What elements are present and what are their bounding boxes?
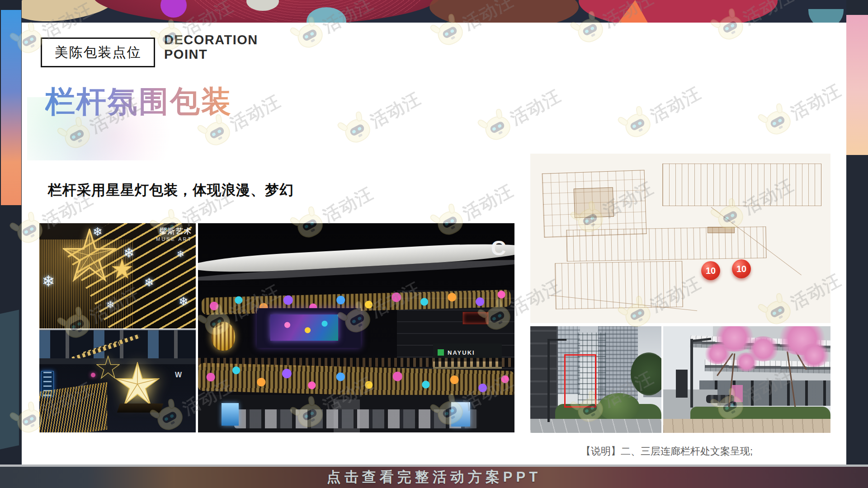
- photo-brand-watermark: 缪斯艺术 MUSE ART: [156, 227, 192, 242]
- decor-blob-wine: [579, 0, 778, 23]
- photo-mall-neon-flowers: C NAYUKI: [198, 223, 514, 432]
- lamp-pole: [690, 339, 693, 408]
- mall-letter-sign: C: [491, 236, 506, 260]
- top-decor-band: [0, 0, 868, 23]
- pink-blossom-cluster: [735, 352, 758, 371]
- section-tag-english: DECORATION POINT: [164, 33, 258, 62]
- snowflake-icon: ❄: [42, 272, 55, 290]
- hot-air-balloon-decor: [212, 322, 235, 351]
- led-screen: [270, 314, 338, 341]
- decor-slate-slab: [0, 310, 19, 450]
- pink-blossom-cluster: [704, 343, 732, 364]
- paved-path: [663, 419, 830, 433]
- floor-plan: 10 10: [530, 154, 830, 323]
- snowflake-icon: ❄: [106, 299, 114, 311]
- snowflake-icon: ❄: [144, 276, 154, 290]
- gold-star-outline-icon: [63, 229, 116, 282]
- plan-title-label: [708, 227, 735, 233]
- section-tag-box: 美陈包装点位: [41, 38, 155, 67]
- plan-block-topleft: [542, 170, 647, 238]
- sign-pole: [547, 339, 550, 422]
- red-storefront-sign: [462, 312, 489, 324]
- railing-garland-lower: [198, 363, 514, 399]
- plan-caption: 【说明】二、三层连廊栏杆处文案呈现;: [581, 445, 753, 458]
- photo-plaza-star-sculpture: W: [39, 329, 196, 432]
- red-highlight-rectangle: [564, 354, 596, 408]
- section-tag-en-line1: DECORATION: [164, 33, 258, 47]
- snowflake-icon: ❄: [177, 249, 184, 259]
- slide: 点击查看完整活动方案PPT 美陈包装点位 DECORATION POINT 栏杆…: [0, 0, 868, 488]
- nayuki-logo-icon: [438, 349, 444, 356]
- decor-triangle-orange: [617, 0, 649, 23]
- pink-blossom-cluster: [798, 343, 830, 367]
- sign-pole-arm: [547, 339, 566, 341]
- subtitle-text: 栏杆采用星星灯包装，体现浪漫、梦幻: [48, 181, 294, 200]
- brand-name-cn: 缪斯艺术: [156, 227, 192, 236]
- section-tag-en-line2: POINT: [164, 47, 258, 61]
- photo-courtyard-blossoms: [663, 326, 830, 433]
- lit-billboard: [222, 403, 239, 426]
- parked-cars-row: [234, 409, 478, 428]
- snowflake-icon: ❄: [179, 295, 189, 309]
- snowflake-icon: ❄: [93, 225, 103, 239]
- decor-crescent-teal: [808, 9, 844, 23]
- decor-pink-stripe: [846, 15, 868, 155]
- brand-name-en: MUSE ART: [156, 236, 192, 242]
- nayuki-sign-text: NAYUKI: [448, 349, 475, 356]
- star-pedestal: [117, 404, 163, 413]
- location-marker-10: 10: [732, 259, 751, 278]
- pink-neon-dot: [91, 373, 95, 377]
- gold-star-small-icon: [112, 258, 132, 279]
- page-title: 栏杆氛围包装: [45, 81, 232, 122]
- plan-block-topright: [662, 164, 821, 206]
- decor-blob-rust: [429, 0, 579, 23]
- glowing-star-sculpture-icon: [115, 362, 160, 406]
- right-decor-edge: [846, 0, 868, 488]
- lit-billboard: [451, 402, 470, 427]
- left-decor-edge: [0, 0, 22, 488]
- dark-building-left: [530, 326, 558, 433]
- round-bush: [598, 393, 640, 421]
- plan-block-middle: [566, 226, 766, 262]
- snowflake-icon: ❄: [123, 245, 135, 261]
- dark-doorway: [676, 370, 688, 398]
- w-sign: W: [175, 371, 182, 379]
- pavement: [530, 419, 661, 433]
- footer-cta[interactable]: 点击查看完整活动方案PPT: [0, 466, 868, 488]
- photo-staircase-starlights: ❄ ❄ ❄ ❄ ❄ ❄ ❄ 缪斯艺术 MUSE ART: [39, 223, 196, 328]
- location-marker-10: 10: [701, 261, 720, 280]
- decor-gradient-stripe: [1, 10, 21, 205]
- photo-street-highlight: [530, 326, 661, 433]
